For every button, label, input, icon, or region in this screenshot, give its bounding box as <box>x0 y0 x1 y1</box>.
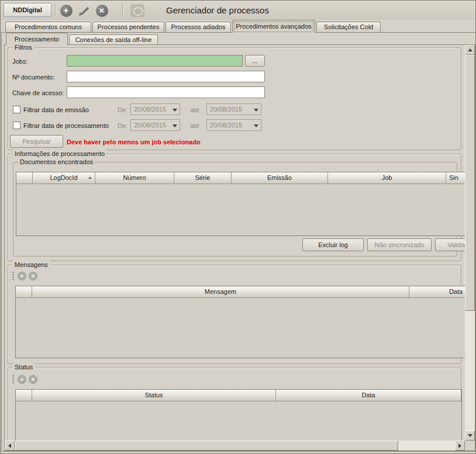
cancel-button[interactable]: × <box>94 3 109 18</box>
scroll-up-icon <box>468 48 472 51</box>
tab-procedimentos-comuns[interactable]: Procedimentos comuns <box>5 22 91 32</box>
processing-from-datepicker[interactable]: 20/08/2015 <box>130 119 180 131</box>
vertical-scrollbar-thumb[interactable] <box>465 55 475 311</box>
scroll-right-icon <box>458 443 461 448</box>
tab-page-processamento: Filtros Jobs: ... Nº documento: Chave de… <box>4 44 475 451</box>
tab-conexoes-saida-offline[interactable]: Conexões de saída off-line <box>69 34 158 44</box>
warning-text: Deve haver pelo menos um job selecionado <box>67 138 201 146</box>
messages-groupbox: Mensagens + × Mensagem Data <box>8 265 461 364</box>
access-key-label: Chave de acesso: <box>12 89 64 97</box>
toolbar-grip[interactable] <box>12 375 14 383</box>
dropdown-arrow-icon <box>254 109 258 112</box>
scroll-left-button[interactable] <box>5 441 15 450</box>
search-button[interactable]: Pesquisar <box>10 135 63 148</box>
column-serie[interactable]: Série <box>174 172 232 184</box>
document-number-input[interactable] <box>67 71 265 82</box>
column-logdocid[interactable]: LogDocId <box>33 172 95 184</box>
app-window: NDDigital + × Gerenciador de processos P… <box>0 0 476 454</box>
processing-date-checkbox[interactable] <box>13 122 20 129</box>
processing-date-checkbox-label[interactable]: Filtrar data de processamento <box>23 122 109 130</box>
tab-procedimentos-avancados[interactable]: Procedimentos avançados <box>232 20 315 33</box>
add-icon: + <box>20 272 23 279</box>
scroll-up-button[interactable] <box>465 45 475 55</box>
date-value: 20/08/2015 <box>134 122 166 129</box>
row-header-column <box>16 172 33 184</box>
scroll-down-icon <box>468 434 472 437</box>
status-legend: Status <box>13 363 35 371</box>
validate-button[interactable]: Validar <box>435 238 465 251</box>
brand-button[interactable]: NDDigital <box>4 3 51 17</box>
jobs-input[interactable] <box>67 55 243 67</box>
access-key-input[interactable] <box>67 86 265 98</box>
messages-table: Mensagem Data <box>15 286 465 358</box>
column-sincronizado[interactable]: Sin <box>446 172 465 184</box>
cancel-icon: × <box>31 272 35 279</box>
tab-page-procedimentos-avancados: Processamento Conexões de saída off-line… <box>1 32 476 452</box>
column-status[interactable]: Status <box>32 390 276 401</box>
column-emissao[interactable]: Emissão <box>232 172 328 184</box>
tab-processamento[interactable]: Processamento <box>6 33 68 45</box>
main-toolbar: NDDigital + × Gerenciador de processos <box>1 1 475 20</box>
page-title: Gerenciador de processos <box>166 5 269 15</box>
column-label: LogDocId <box>50 174 77 181</box>
tab-solicitacoes-cold[interactable]: Solicitações Cold <box>316 22 381 32</box>
dropdown-arrow-icon <box>173 124 177 127</box>
tab-processos-pendentes[interactable]: Processos pendentes <box>92 22 164 32</box>
column-job[interactable]: Job <box>328 172 446 184</box>
documents-legend: Documentos encontrados <box>18 158 95 166</box>
horizontal-scrollbar-thumb[interactable] <box>15 441 398 450</box>
jobs-browse-button[interactable]: ... <box>245 55 265 67</box>
jobs-label: Jobs: <box>12 57 27 65</box>
remove-status-button[interactable]: × <box>29 375 37 384</box>
status-toolbar: + × <box>11 373 40 385</box>
status-table-header: Status Data <box>16 390 461 401</box>
toolbar-grip[interactable] <box>12 272 14 280</box>
scroll-down-button[interactable] <box>465 431 475 441</box>
cancel-icon: × <box>31 376 35 383</box>
add-button[interactable]: + <box>58 3 74 18</box>
column-mensagem[interactable]: Mensagem <box>32 286 409 298</box>
emission-from-label: De: <box>118 106 127 114</box>
messages-legend: Mensagens <box>13 261 50 269</box>
row-header-column <box>16 286 32 298</box>
filters-groupbox: Filtros Jobs: ... Nº documento: Chave de… <box>8 47 461 150</box>
scrollbar-corner <box>465 441 475 450</box>
emission-date-checkbox-label[interactable]: Filtrar data de emissão <box>23 106 89 114</box>
dropdown-arrow-icon <box>254 124 258 127</box>
scroll-left-icon <box>8 443 11 448</box>
column-data[interactable]: Data <box>409 286 465 298</box>
processing-info-groupbox: Informações de processamento Documentos … <box>8 154 461 261</box>
delete-log-button[interactable]: Excluir log <box>302 238 364 251</box>
emission-date-checkbox[interactable] <box>13 106 20 113</box>
column-numero[interactable]: Número <box>95 172 174 184</box>
add-status-button[interactable]: + <box>18 375 26 384</box>
process-button-disabled <box>129 3 146 18</box>
messages-table-body <box>16 298 465 358</box>
processing-from-label: De: <box>118 122 127 130</box>
documents-groupbox: Documentos encontrados LogDocId Número S… <box>13 162 457 257</box>
scroll-right-button[interactable] <box>455 441 465 450</box>
document-number-label: Nº documento: <box>12 73 55 81</box>
tab-processos-adiados[interactable]: Processos adiados <box>165 22 231 32</box>
filters-legend: Filtros <box>13 45 34 51</box>
status-table: Status Data <box>15 389 462 441</box>
emission-to-datepicker[interactable]: 20/08/2015 <box>206 103 261 115</box>
not-synced-button[interactable]: Não sincronizado <box>367 238 432 251</box>
processing-to-datepicker[interactable]: 20/08/2015 <box>206 119 261 131</box>
status-groupbox: Status + × Status Data <box>8 367 461 441</box>
horizontal-scrollbar[interactable] <box>5 441 465 450</box>
remove-message-button[interactable]: × <box>29 272 37 280</box>
date-value: 20/08/2015 <box>210 122 242 129</box>
add-message-button[interactable]: + <box>18 272 26 280</box>
row-header-column <box>16 390 32 401</box>
focus-rectangle <box>234 22 313 32</box>
edit-button[interactable] <box>77 3 92 18</box>
toolbar-separator <box>55 4 56 16</box>
pencil-icon <box>78 4 91 17</box>
processing-info-legend: Informações de processamento <box>13 150 106 158</box>
vertical-scrollbar[interactable] <box>465 45 475 441</box>
process-icon <box>130 4 144 17</box>
cancel-icon: × <box>96 5 108 17</box>
emission-from-datepicker[interactable]: 20/08/2015 <box>130 103 180 115</box>
column-data[interactable]: Data <box>276 390 461 401</box>
